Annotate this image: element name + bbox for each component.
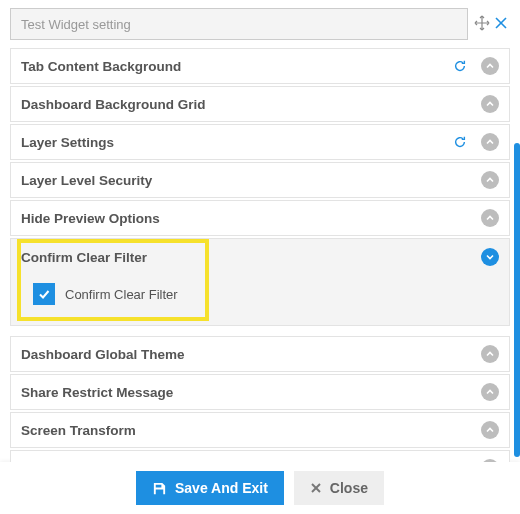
section-dashboard-global-theme[interactable]: Dashboard Global Theme xyxy=(10,336,510,372)
section-share-restrict-message[interactable]: Share Restrict Message xyxy=(10,374,510,410)
section-title: Internationalization xyxy=(21,461,145,463)
refresh-icon[interactable] xyxy=(453,135,467,149)
section-title: Share Restrict Message xyxy=(21,385,173,400)
close-icon[interactable] xyxy=(494,16,508,33)
refresh-icon[interactable] xyxy=(453,59,467,73)
chevron-up-icon[interactable] xyxy=(481,171,499,189)
save-and-exit-button[interactable]: Save And Exit xyxy=(136,471,284,505)
save-icon xyxy=(152,481,167,496)
chevron-up-icon[interactable] xyxy=(481,459,499,462)
chevron-up-icon[interactable] xyxy=(481,57,499,75)
section-title: Hide Preview Options xyxy=(21,211,160,226)
save-button-label: Save And Exit xyxy=(175,480,268,496)
move-icon[interactable] xyxy=(474,15,490,34)
section-layer-settings[interactable]: Layer Settings xyxy=(10,124,510,160)
search-input[interactable] xyxy=(10,8,468,40)
section-hide-preview-options[interactable]: Hide Preview Options xyxy=(10,200,510,236)
section-title: Dashboard Background Grid xyxy=(21,97,206,112)
section-tab-content-background[interactable]: Tab Content Background xyxy=(10,48,510,84)
section-title: Layer Settings xyxy=(21,135,114,150)
close-button-label: Close xyxy=(330,480,368,496)
scrollbar[interactable] xyxy=(514,143,520,457)
accordion-list: Tab Content Background Dashboard Backgro… xyxy=(10,48,510,462)
close-icon xyxy=(310,482,322,494)
close-button[interactable]: Close xyxy=(294,471,384,505)
settings-panel: Tab Content Background Dashboard Backgro… xyxy=(0,0,520,462)
section-internationalization[interactable]: Internationalization xyxy=(10,450,510,462)
section-confirm-clear-filter: Confirm Clear Filter Confirm Clear Filte… xyxy=(10,238,510,326)
section-header[interactable]: Confirm Clear Filter xyxy=(11,239,509,275)
section-layer-level-security[interactable]: Layer Level Security xyxy=(10,162,510,198)
chevron-up-icon[interactable] xyxy=(481,383,499,401)
section-title: Screen Transform xyxy=(21,423,136,438)
confirm-clear-filter-checkbox[interactable] xyxy=(33,283,55,305)
section-title: Dashboard Global Theme xyxy=(21,347,185,362)
chevron-up-icon[interactable] xyxy=(481,421,499,439)
chevron-up-icon[interactable] xyxy=(481,345,499,363)
section-screen-transform[interactable]: Screen Transform xyxy=(10,412,510,448)
section-title: Confirm Clear Filter xyxy=(21,250,147,265)
chevron-up-icon[interactable] xyxy=(481,209,499,227)
section-dashboard-background-grid[interactable]: Dashboard Background Grid xyxy=(10,86,510,122)
section-body: Confirm Clear Filter xyxy=(11,275,509,325)
footer: Save And Exit Close xyxy=(0,462,520,514)
chevron-up-icon[interactable] xyxy=(481,133,499,151)
checkbox-label: Confirm Clear Filter xyxy=(65,287,178,302)
section-title: Layer Level Security xyxy=(21,173,152,188)
window-controls xyxy=(474,15,510,34)
section-title: Tab Content Background xyxy=(21,59,181,74)
chevron-up-icon[interactable] xyxy=(481,95,499,113)
chevron-down-icon[interactable] xyxy=(481,248,499,266)
top-row xyxy=(10,8,510,40)
